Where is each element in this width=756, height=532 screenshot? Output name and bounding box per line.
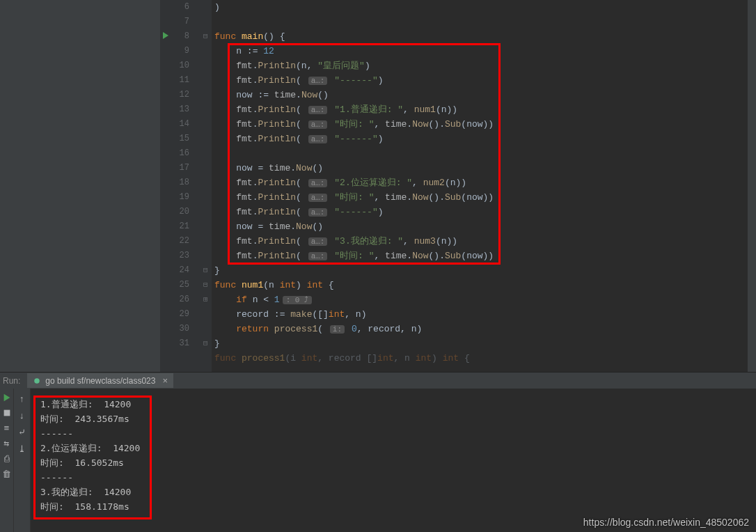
console-output[interactable]: 1.普通递归: 14200 时间: 243.3567ms ------ 2.位运…	[31, 389, 756, 532]
line-number[interactable]: 15	[160, 132, 202, 146]
code-line[interactable]: )	[212, 0, 756, 15]
scroll-icon[interactable]: ⤓	[17, 444, 27, 454]
code-line[interactable]: }	[212, 336, 756, 351]
code-line[interactable]: fmt.Println( a…: "时间: ", time.Now().Sub(…	[212, 190, 756, 205]
fold-toggle[interactable]: ⊟	[203, 263, 208, 278]
code-editor[interactable]: 6789101112131415161718192021222324252629…	[0, 0, 756, 372]
run-gutter-icon[interactable]	[163, 32, 168, 39]
line-number[interactable]: 17	[160, 161, 202, 175]
param-hint: i:	[330, 325, 345, 334]
line-number[interactable]: 9	[160, 44, 202, 58]
line-number[interactable]: 6	[160, 0, 202, 15]
line-number[interactable]: 25	[160, 278, 202, 292]
line-number[interactable]: 10	[160, 58, 202, 73]
code-line[interactable]: if n < 1: 0 ⤴	[212, 292, 756, 307]
code-line[interactable]: fmt.Println( a…: "3.我的递归: ", num3(n))	[212, 234, 756, 249]
param-hint: a…:	[308, 252, 328, 260]
line-number[interactable]: 7	[160, 15, 202, 29]
code-line[interactable]: record := make([]int, n)	[212, 307, 756, 322]
filter-icon[interactable]: ⇆	[2, 439, 12, 448]
param-hint: a…:	[308, 179, 328, 187]
line-number[interactable]: 14	[160, 117, 202, 132]
fold-toggle[interactable]: ⊟	[203, 29, 208, 44]
svg-point-0	[35, 378, 40, 384]
fold-toggle[interactable]: ⊟	[203, 278, 208, 292]
run-tab-label: go build sf/newclass/class023	[45, 376, 155, 386]
code-line[interactable]: func process1(i int, record []int, n int…	[212, 351, 756, 366]
run-config-tab[interactable]: go build sf/newclass/class023 ×	[27, 373, 173, 388]
fold-toggle[interactable]: ⊟	[203, 336, 208, 351]
bug-icon	[33, 377, 41, 385]
param-hint: a…:	[308, 237, 328, 246]
code-line[interactable]: now = time.Now()	[212, 219, 756, 234]
run-toolbar-inner: ↑ ↓ ⤶ ⤓	[14, 389, 31, 532]
code-line[interactable]: fmt.Println( a…: "------")	[212, 73, 756, 88]
line-number[interactable]: 21	[160, 219, 202, 234]
vertical-scrollbar[interactable]	[748, 0, 756, 372]
line-number[interactable]: 23	[160, 249, 202, 263]
run-label: Run:	[3, 376, 20, 386]
code-line[interactable]	[212, 15, 756, 29]
param-hint: a…:	[308, 106, 328, 114]
code-line[interactable]	[212, 146, 756, 161]
editor-left-pad	[0, 0, 160, 372]
line-number[interactable]: 16	[160, 146, 202, 161]
line-number[interactable]: 29	[160, 307, 202, 322]
line-number[interactable]: 30	[160, 322, 202, 336]
code-line[interactable]: return process1( i: 0, record, n)	[212, 322, 756, 336]
run-panel: ≡ ⇆ ⎙ 🗑 ↑ ↓ ⤶ ⤓ 1.普通递归: 14200 时间: 243.35…	[0, 389, 756, 532]
up-icon[interactable]: ↑	[17, 394, 27, 404]
print-icon[interactable]: ⎙	[2, 454, 12, 464]
param-hint: a…:	[308, 77, 328, 85]
code-line[interactable]: func num1(n int) int {	[212, 278, 756, 292]
line-number[interactable]: 26	[160, 292, 202, 307]
code-line[interactable]: fmt.Println( a…: "------")	[212, 132, 756, 146]
code-content[interactable]: )func main() { n := 12 fmt.Println(n, "皇…	[212, 0, 756, 372]
line-number[interactable]	[160, 351, 202, 366]
run-toolbar-left: ≡ ⇆ ⎙ 🗑	[0, 389, 14, 532]
line-number[interactable]: 24	[160, 263, 202, 278]
svg-rect-2	[3, 410, 10, 416]
rerun-icon[interactable]	[2, 393, 12, 402]
watermark: https://blog.csdn.net/weixin_48502062	[583, 517, 749, 528]
line-number[interactable]: 19	[160, 190, 202, 205]
code-line[interactable]: }	[212, 263, 756, 278]
line-number[interactable]: 22	[160, 234, 202, 249]
param-hint: a…:	[308, 208, 328, 217]
code-line[interactable]: fmt.Println( a…: "时间: ", time.Now().Sub(…	[212, 249, 756, 263]
param-hint: a…:	[308, 135, 328, 143]
code-line[interactable]: fmt.Println( a…: "------")	[212, 205, 756, 219]
code-line[interactable]: fmt.Println( a…: "2.位运算递归: ", num2(n))	[212, 175, 756, 190]
line-number[interactable]: 20	[160, 205, 202, 219]
run-tab-bar: Run: go build sf/newclass/class023 ×	[0, 372, 756, 389]
line-number[interactable]: 8	[160, 29, 202, 44]
code-line[interactable]: n := 12	[212, 44, 756, 58]
code-line[interactable]: func main() {	[212, 29, 756, 44]
layout-icon[interactable]: ≡	[2, 423, 12, 433]
code-line[interactable]: now = time.Now()	[212, 161, 756, 175]
line-number[interactable]: 13	[160, 102, 202, 117]
line-number[interactable]: 31	[160, 336, 202, 351]
code-line[interactable]: now := time.Now()	[212, 88, 756, 102]
fold-column[interactable]: ⊟⊟⊟⊞⊟	[202, 0, 212, 372]
line-number-gutter[interactable]: 6789101112131415161718192021222324252629…	[160, 0, 202, 372]
inlay-hint: : 0 ⤴	[283, 296, 312, 304]
line-number[interactable]: 12	[160, 88, 202, 102]
down-icon[interactable]: ↓	[17, 411, 27, 421]
code-line[interactable]: fmt.Println(n, "皇后问题")	[212, 58, 756, 73]
code-line[interactable]: fmt.Println( a…: "1.普通递归: ", num1(n))	[212, 102, 756, 117]
delete-icon[interactable]: 🗑	[2, 469, 12, 479]
code-line[interactable]: fmt.Println( a…: "时间: ", time.Now().Sub(…	[212, 117, 756, 132]
wrap-icon[interactable]: ⤶	[17, 428, 27, 437]
close-icon[interactable]: ×	[162, 375, 168, 386]
param-hint: a…:	[308, 120, 328, 129]
line-number[interactable]: 11	[160, 73, 202, 88]
fold-toggle[interactable]: ⊞	[203, 292, 208, 307]
param-hint: a…:	[308, 194, 328, 202]
line-number[interactable]: 18	[160, 175, 202, 190]
svg-marker-1	[3, 394, 10, 402]
stop-icon[interactable]	[2, 408, 12, 418]
